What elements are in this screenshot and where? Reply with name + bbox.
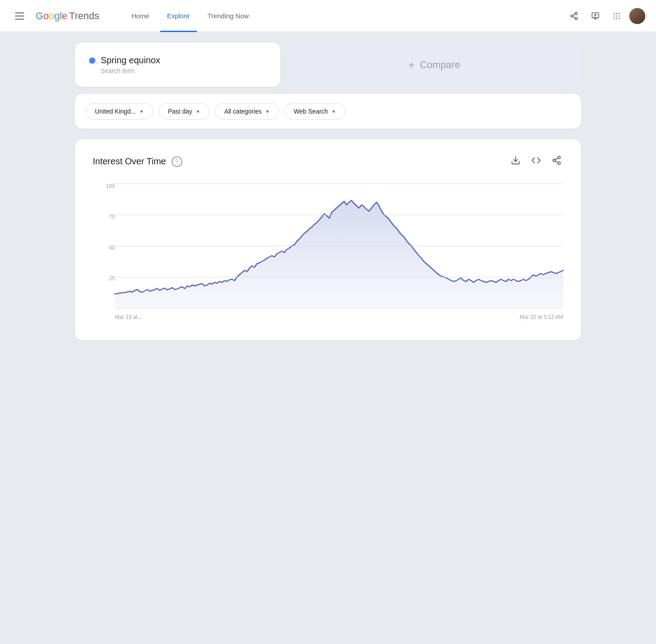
x-label-start: Mar 19 at... <box>115 314 142 320</box>
logo-g2: g <box>54 10 60 21</box>
search-area: Spring equinox Search term + Compare <box>75 43 581 87</box>
share-icon <box>570 12 578 20</box>
logo-trends-text: Trends <box>69 10 99 22</box>
filter-time-label: Past day <box>168 108 192 115</box>
x-label-mid: Mar 20 at 5:12 AM <box>520 314 563 320</box>
svg-point-15 <box>614 15 615 16</box>
logo-o2: o <box>49 10 54 21</box>
filter-time[interactable]: Past day ▼ <box>159 103 209 120</box>
svg-point-18 <box>614 18 615 19</box>
main-nav: Home Explore Trending Now <box>124 0 256 32</box>
svg-line-4 <box>573 14 575 15</box>
grid-line-75 <box>115 215 563 215</box>
nav-trending-now[interactable]: Trending Now <box>201 0 256 32</box>
header-left: Google Trends Home Explore Trending Now <box>11 0 565 32</box>
logo-o1: o <box>43 10 49 21</box>
header: Google Trends Home Explore Trending Now <box>0 0 656 32</box>
svg-point-20 <box>619 18 620 19</box>
main-content: Spring equinox Search term + Compare Uni… <box>61 32 595 351</box>
logo[interactable]: Google Trends <box>36 10 99 22</box>
term-color-dot <box>89 57 95 64</box>
search-box: Spring equinox Search term <box>75 43 280 87</box>
filter-search-type-label: Web Search <box>294 108 328 115</box>
chart-title: Interest Over Time <box>93 156 166 167</box>
embed-icon <box>531 155 541 165</box>
x-axis: Mar 19 at... Mar 20 at 5:12 AM <box>115 308 563 326</box>
nav-explore[interactable]: Explore <box>160 0 197 32</box>
filter-category-chevron: ▼ <box>265 109 270 114</box>
y-label-25: 25 <box>93 276 115 281</box>
compare-label: Compare <box>420 59 460 71</box>
compare-box[interactable]: + Compare <box>287 43 581 87</box>
svg-line-25 <box>555 161 558 163</box>
filters-bar: United Kingd... ▼ Past day ▼ All categor… <box>75 94 581 129</box>
menu-button[interactable] <box>11 7 29 25</box>
filter-category-label: All categories <box>224 108 262 115</box>
avatar[interactable] <box>629 8 645 24</box>
feedback-icon <box>591 12 600 20</box>
search-term-row: Spring equinox <box>89 55 266 65</box>
chart-container: 100 75 50 25 <box>93 183 563 326</box>
chart-share-button[interactable] <box>550 154 563 169</box>
svg-point-19 <box>616 18 618 19</box>
logo-e: e <box>62 10 67 21</box>
search-term-label: Search term <box>101 67 266 74</box>
svg-line-26 <box>555 158 558 160</box>
chart-section: Interest Over Time ? <box>75 139 581 340</box>
chart-actions <box>509 154 563 169</box>
chart-share-icon <box>552 155 562 165</box>
svg-point-16 <box>616 15 618 16</box>
svg-line-3 <box>573 16 575 18</box>
y-label-50: 50 <box>93 245 115 250</box>
y-label-100: 100 <box>93 183 115 189</box>
grid-line-50 <box>115 246 563 246</box>
filter-country-chevron: ▼ <box>139 109 144 114</box>
svg-point-12 <box>614 12 615 14</box>
download-button[interactable] <box>509 154 522 169</box>
download-icon <box>511 155 521 165</box>
svg-marker-11 <box>594 18 597 19</box>
y-label-75: 75 <box>93 214 115 220</box>
avatar-image <box>629 8 645 24</box>
svg-point-17 <box>619 15 620 16</box>
grid-lines <box>115 183 563 308</box>
filter-time-chevron: ▼ <box>196 109 200 114</box>
filter-category[interactable]: All categories ▼ <box>215 103 279 120</box>
apps-icon <box>612 12 621 20</box>
filter-search-type-chevron: ▼ <box>332 109 336 114</box>
grid-line-100 <box>115 183 563 184</box>
y-axis: 100 75 50 25 <box>93 183 115 308</box>
help-icon-text: ? <box>175 158 178 165</box>
logo-google-text: Google <box>36 10 67 22</box>
grid-line-25 <box>115 277 563 277</box>
filter-country-label: United Kingd... <box>95 108 136 115</box>
filter-country[interactable]: United Kingd... ▼ <box>86 103 153 120</box>
apps-button[interactable] <box>608 7 626 25</box>
share-button[interactable] <box>565 7 583 25</box>
logo-g: G <box>36 10 43 21</box>
compare-plus-icon: + <box>408 59 414 71</box>
svg-point-13 <box>616 12 618 14</box>
search-term-text[interactable]: Spring equinox <box>101 55 160 65</box>
header-right <box>565 7 645 25</box>
filter-search-type[interactable]: Web Search ▼ <box>284 103 345 120</box>
svg-point-14 <box>619 12 620 14</box>
feedback-button[interactable] <box>586 7 604 25</box>
nav-home[interactable]: Home <box>124 0 156 32</box>
embed-button[interactable] <box>529 154 543 169</box>
chart-area <box>115 183 563 308</box>
chart-header: Interest Over Time ? <box>93 154 563 169</box>
chart-title-row: Interest Over Time ? <box>93 156 182 167</box>
chart-help-button[interactable]: ? <box>172 156 182 167</box>
